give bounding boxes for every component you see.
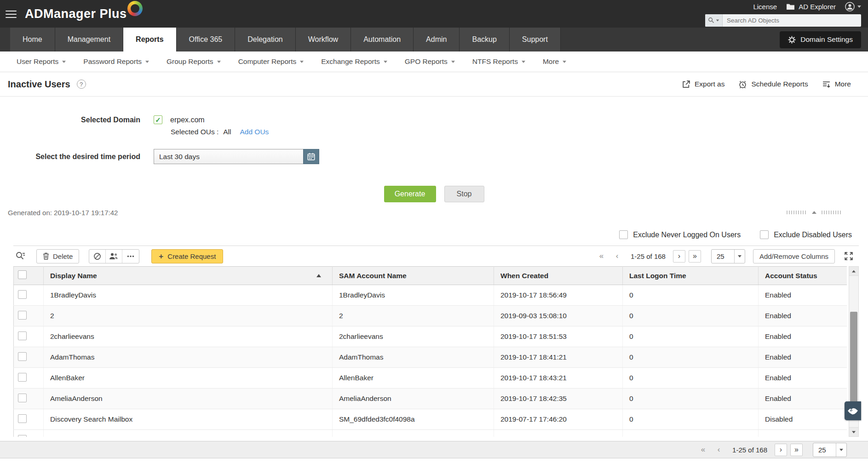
search-input[interactable] bbox=[723, 17, 861, 24]
column-search-button[interactable] bbox=[15, 251, 25, 261]
select-all-checkbox[interactable] bbox=[18, 270, 27, 279]
page-size-select[interactable]: 25 bbox=[711, 249, 745, 263]
delete-button[interactable]: Delete bbox=[36, 249, 79, 263]
tab-home[interactable]: Home bbox=[10, 28, 55, 51]
next-page-button[interactable]: › bbox=[673, 250, 685, 263]
subnav-gpo-reports[interactable]: GPO Reports bbox=[396, 57, 464, 66]
row-checkbox[interactable] bbox=[18, 373, 27, 382]
tab-office-365[interactable]: Office 365 bbox=[177, 28, 236, 51]
move-users-button[interactable] bbox=[106, 250, 122, 263]
domain-checkbox[interactable] bbox=[154, 115, 162, 124]
cell-display-name: AdamThomas bbox=[44, 347, 333, 368]
row-checkbox[interactable] bbox=[18, 332, 27, 340]
page-actions: Export as Schedule Reports More bbox=[682, 80, 851, 89]
table-row[interactable]: 2 2 2019-09-03 15:08:10 0 Enabled bbox=[14, 306, 847, 326]
tab-management[interactable]: Management bbox=[55, 28, 123, 51]
table-row[interactable]: Discovery Search Mailbox SM_69dfded3fc0f… bbox=[14, 409, 847, 430]
disable-users-button[interactable] bbox=[89, 250, 106, 263]
table-row[interactable]: AllenBaker AllenBaker 2019-10-17 18:43:2… bbox=[14, 368, 847, 389]
tab-backup[interactable]: Backup bbox=[460, 28, 509, 51]
prev-page-button[interactable]: ‹ bbox=[713, 444, 725, 456]
ad-object-search[interactable] bbox=[705, 14, 861, 27]
calendar-button[interactable] bbox=[303, 149, 319, 164]
column-header-account-status[interactable]: Account Status bbox=[759, 267, 847, 285]
table-row[interactable]: 1BradleyDavis 1BradleyDavis 2019-10-17 1… bbox=[14, 285, 847, 306]
row-checkbox[interactable] bbox=[18, 352, 27, 361]
export-as-button[interactable]: Export as bbox=[682, 80, 724, 89]
table-row[interactable]: 2charlieevans 2charlieevans 2019-10-17 1… bbox=[14, 326, 847, 347]
hamburger-menu-icon[interactable] bbox=[6, 11, 17, 18]
first-page-button[interactable]: « bbox=[595, 250, 608, 263]
subnav-password-reports[interactable]: Password Reports bbox=[75, 57, 158, 66]
tab-reports[interactable]: Reports bbox=[123, 28, 176, 51]
collapse-handle[interactable] bbox=[787, 211, 842, 214]
column-header-display-name[interactable]: Display Name bbox=[44, 267, 333, 285]
column-label: When Created bbox=[500, 272, 548, 280]
last-page-button[interactable]: » bbox=[790, 444, 803, 456]
search-scope-button[interactable] bbox=[705, 14, 723, 27]
cell-last-logon-time: 0 bbox=[623, 285, 759, 306]
subnav-exchange-reports[interactable]: Exchange Reports bbox=[312, 57, 396, 66]
cell-when-created: 2019-10-17 18:42:35 bbox=[494, 389, 623, 409]
cell-display-name: Discovery Search Mailbox bbox=[44, 409, 333, 430]
exclude-disabled-checkbox[interactable] bbox=[760, 230, 769, 239]
row-checkbox[interactable] bbox=[18, 394, 27, 402]
table-row[interactable]: AmeliaAnderson AmeliaAnderson 2019-10-17… bbox=[14, 389, 847, 409]
exclude-disabled-filter[interactable]: Exclude Disabled Users bbox=[760, 230, 852, 239]
create-request-button[interactable]: + Create Request bbox=[151, 249, 223, 263]
selected-domain-row: Selected Domain erpex.com bbox=[0, 115, 868, 124]
row-checkbox[interactable] bbox=[18, 414, 27, 423]
tab-support[interactable]: Support bbox=[510, 28, 561, 51]
scroll-up-button[interactable] bbox=[849, 267, 858, 276]
subnav-group-reports[interactable]: Group Reports bbox=[158, 57, 230, 66]
subnav-computer-reports[interactable]: Computer Reports bbox=[230, 57, 313, 66]
calendar-icon bbox=[307, 153, 315, 160]
user-menu[interactable] bbox=[845, 2, 861, 11]
tab-admin[interactable]: Admin bbox=[414, 28, 460, 51]
delete-label: Delete bbox=[53, 252, 73, 260]
more-bulk-actions-button[interactable] bbox=[122, 250, 139, 263]
tab-delegation[interactable]: Delegation bbox=[235, 28, 296, 51]
more-actions-button[interactable]: More bbox=[822, 80, 851, 89]
exclude-never-logged-filter[interactable]: Exclude Never Logged On Users bbox=[619, 230, 741, 239]
ad-explorer-link[interactable]: AD Explorer bbox=[786, 3, 836, 11]
table-row-partial[interactable] bbox=[14, 430, 847, 437]
support-chat-widget[interactable] bbox=[845, 401, 861, 420]
first-page-button[interactable]: « bbox=[697, 444, 709, 456]
subnav-more[interactable]: More bbox=[534, 57, 575, 66]
cell-display-name bbox=[44, 430, 333, 437]
domain-settings-button[interactable]: Domain Settings bbox=[780, 31, 861, 48]
gear-icon bbox=[788, 36, 796, 44]
column-header-last-logon-time[interactable]: Last Logon Time bbox=[623, 267, 759, 285]
table-row[interactable]: AdamThomas AdamThomas 2019-10-17 18:41:2… bbox=[14, 347, 847, 368]
column-header-sam-account-name[interactable]: SAM Account Name bbox=[333, 267, 494, 285]
stop-button[interactable]: Stop bbox=[444, 186, 484, 202]
fullscreen-button[interactable] bbox=[843, 250, 855, 262]
time-period-input[interactable] bbox=[154, 149, 303, 164]
subnav-user-reports[interactable]: User Reports bbox=[8, 57, 75, 66]
column-label: Display Name bbox=[50, 272, 97, 280]
scrollbar-thumb[interactable] bbox=[850, 312, 857, 403]
row-checkbox[interactable] bbox=[18, 311, 27, 320]
help-icon[interactable]: ? bbox=[77, 80, 86, 89]
prev-page-button[interactable]: ‹ bbox=[611, 250, 623, 263]
last-page-button[interactable]: » bbox=[689, 250, 701, 263]
add-ous-link[interactable]: Add OUs bbox=[240, 128, 269, 136]
subnav-label: Computer Reports bbox=[238, 57, 297, 66]
next-page-button[interactable]: › bbox=[775, 444, 787, 456]
row-checkbox[interactable] bbox=[18, 290, 27, 299]
subnav-ntfs-reports[interactable]: NTFS Reports bbox=[464, 57, 534, 66]
scroll-down-button[interactable] bbox=[849, 427, 858, 436]
schedule-reports-button[interactable]: Schedule Reports bbox=[738, 80, 808, 89]
license-link[interactable]: License bbox=[753, 3, 777, 11]
tab-workflow[interactable]: Workflow bbox=[296, 28, 351, 51]
column-header-when-created[interactable]: When Created bbox=[494, 267, 623, 285]
page-size-select[interactable]: 25 bbox=[813, 443, 847, 457]
tab-automation[interactable]: Automation bbox=[351, 28, 414, 51]
generate-button[interactable]: Generate bbox=[384, 186, 436, 202]
cell-when-created: 2019-10-17 18:51:53 bbox=[494, 326, 623, 347]
add-remove-columns-button[interactable]: Add/Remove Columns bbox=[753, 249, 835, 263]
row-checkbox[interactable] bbox=[18, 435, 27, 437]
exclude-never-logged-checkbox[interactable] bbox=[619, 230, 628, 239]
main-navigation: Home Management Reports Office 365 Deleg… bbox=[0, 28, 868, 51]
